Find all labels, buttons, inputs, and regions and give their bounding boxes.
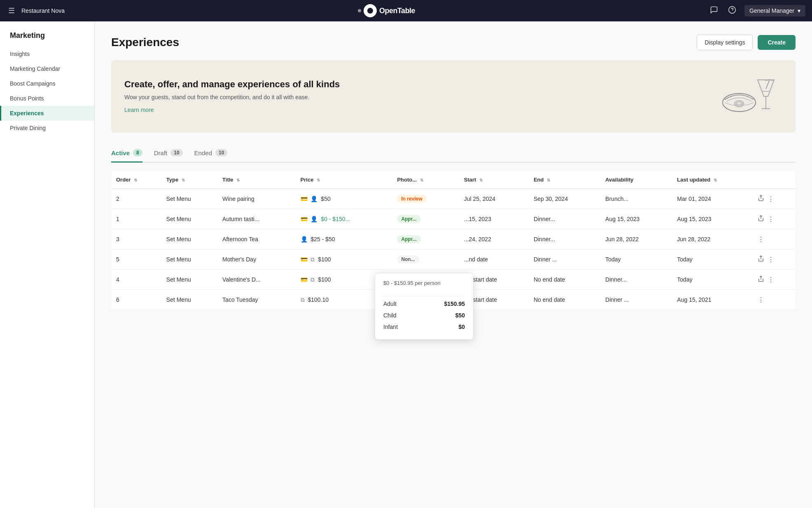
row-price[interactable]: 💳 👤 $0 - $150... xyxy=(296,209,392,229)
share-icon[interactable] xyxy=(758,255,764,263)
sidebar-item-private-dining[interactable]: Private Dining xyxy=(0,121,94,135)
row-order: 2 xyxy=(111,189,161,209)
row-title: Taco Tuesday xyxy=(217,290,295,310)
popup-adult-value: $150.95 xyxy=(444,301,465,307)
table-header-row: Order ⇅ Type ⇅ Title ⇅ Price ⇅ Photo... … xyxy=(111,171,796,189)
popup-adult-row: Adult $150.95 xyxy=(383,298,465,310)
banner-learn-more-link[interactable]: Learn more xyxy=(124,107,154,113)
dropdown-arrow: ▾ xyxy=(798,7,800,14)
more-icon[interactable]: ⋮ xyxy=(768,276,774,284)
col-type[interactable]: Type ⇅ xyxy=(161,171,217,189)
row-actions: ⋮ xyxy=(753,189,796,209)
more-icon[interactable]: ⋮ xyxy=(768,195,774,203)
banner-subtitle: Wow your guests, stand out from the comp… xyxy=(124,94,340,100)
row-type: Set Menu xyxy=(161,229,217,249)
row-actions: ⋮ xyxy=(753,270,796,290)
sidebar-item-label: Insights xyxy=(10,51,30,57)
user-label: General Manager xyxy=(749,7,794,14)
top-nav: ☰ Restaurant Nova OpenTable General Mana… xyxy=(0,0,812,21)
page-title: Experiences xyxy=(111,36,179,49)
row-actions: ⋮ xyxy=(753,229,796,249)
tab-draft[interactable]: Draft 10 xyxy=(154,144,183,163)
sidebar: Marketing Insights Marketing Calendar Bo… xyxy=(0,21,95,508)
sidebar-section-title: Marketing xyxy=(0,31,94,47)
more-icon[interactable]: ⋮ xyxy=(758,235,764,243)
tabs: Active 8 Draft 10 Ended 10 xyxy=(111,144,796,163)
row-end: Dinner... xyxy=(529,229,600,249)
tab-ended[interactable]: Ended 10 xyxy=(194,144,228,163)
row-last-updated: Today xyxy=(672,270,753,290)
experiences-table-container: Order ⇅ Type ⇅ Title ⇅ Price ⇅ Photo... … xyxy=(111,171,796,310)
copy-icon: ⧉ xyxy=(310,256,315,263)
col-last-updated[interactable]: Last updated ⇅ xyxy=(672,171,753,189)
row-availability: Today xyxy=(600,249,672,270)
row-end: No end date xyxy=(529,290,600,310)
more-icon[interactable]: ⋮ xyxy=(758,296,764,304)
sidebar-item-label: Bonus Points xyxy=(10,95,44,102)
more-icon[interactable]: ⋮ xyxy=(768,215,774,223)
svg-point-8 xyxy=(737,102,741,106)
status-badge: Non... xyxy=(397,255,419,263)
sidebar-item-experiences[interactable]: Experiences xyxy=(0,106,94,121)
row-type: Set Menu xyxy=(161,189,217,209)
person-icon: 👤 xyxy=(310,216,317,222)
col-start[interactable]: Start ⇅ xyxy=(459,171,529,189)
row-end: Dinner... xyxy=(529,209,600,229)
tab-active[interactable]: Active 8 xyxy=(111,144,142,163)
more-icon[interactable]: ⋮ xyxy=(768,256,774,263)
col-order[interactable]: Order ⇅ xyxy=(111,171,161,189)
svg-line-9 xyxy=(766,81,769,89)
table-row: 2 Set Menu Wine pairing 💳 👤 $50 In revie… xyxy=(111,189,796,209)
popup-adult-label: Adult xyxy=(383,301,397,307)
display-settings-button[interactable]: Display settings xyxy=(697,35,753,50)
sidebar-item-marketing-calendar[interactable]: Marketing Calendar xyxy=(0,61,94,76)
hamburger-icon[interactable]: ☰ xyxy=(7,5,16,17)
row-type: Set Menu xyxy=(161,249,217,270)
status-badge: Appr... xyxy=(397,235,420,243)
row-availability: Dinner ... xyxy=(600,290,672,310)
sidebar-item-label: Marketing Calendar xyxy=(10,65,60,72)
row-actions: ⋮ xyxy=(753,249,796,270)
sidebar-item-bonus-points[interactable]: Bonus Points xyxy=(0,91,94,106)
row-end: Dinner ... xyxy=(529,249,600,270)
row-type: Set Menu xyxy=(161,290,217,310)
row-title: Afternoon Tea xyxy=(217,229,295,249)
main-content: Experiences Display settings Create Crea… xyxy=(95,21,812,508)
tab-draft-badge: 10 xyxy=(170,149,182,156)
create-button[interactable]: Create xyxy=(758,35,796,50)
sidebar-item-insights[interactable]: Insights xyxy=(0,47,94,61)
help-icon[interactable] xyxy=(726,4,738,18)
row-photo-status: Appr... xyxy=(392,229,459,249)
sidebar-item-label: Experiences xyxy=(10,110,44,117)
sidebar-item-boost-campaigns[interactable]: Boost Campaigns xyxy=(0,76,94,91)
popup-child-label: Child xyxy=(383,312,397,319)
person-icon: 👤 xyxy=(301,236,308,242)
row-start: ...24, 2022 xyxy=(459,229,529,249)
experiences-banner: Create, offer, and manage experiences of… xyxy=(111,60,796,133)
chat-icon[interactable] xyxy=(708,4,720,18)
user-dropdown[interactable]: General Manager ▾ xyxy=(744,5,805,16)
col-end[interactable]: End ⇅ xyxy=(529,171,600,189)
opentable-logo: OpenTable xyxy=(358,4,415,17)
row-last-updated: Aug 15, 2023 xyxy=(672,209,753,229)
popup-child-value: $50 xyxy=(455,312,465,319)
tab-ended-label: Ended xyxy=(194,149,212,156)
popup-infant-label: Infant xyxy=(383,324,398,330)
row-start: Jul 25, 2024 xyxy=(459,189,529,209)
tab-draft-label: Draft xyxy=(154,149,168,156)
row-actions: ⋮ xyxy=(753,290,796,310)
table-row: 5 Set Menu Mother's Day 💳 ⧉ $100 Non... … xyxy=(111,249,796,270)
col-price[interactable]: Price ⇅ xyxy=(296,171,392,189)
popup-col-labels xyxy=(383,290,465,296)
row-availability: Jun 28, 2022 xyxy=(600,229,672,249)
copy-icon: ⧉ xyxy=(301,296,305,303)
col-photo[interactable]: Photo... ⇅ xyxy=(392,171,459,189)
share-icon[interactable] xyxy=(758,215,764,223)
col-title[interactable]: Title ⇅ xyxy=(217,171,295,189)
logo-circle xyxy=(364,4,377,17)
share-icon[interactable] xyxy=(758,275,764,284)
share-icon[interactable] xyxy=(758,195,764,203)
row-photo-status: In review xyxy=(392,189,459,209)
row-last-updated: Mar 01, 2024 xyxy=(672,189,753,209)
row-order: 1 xyxy=(111,209,161,229)
